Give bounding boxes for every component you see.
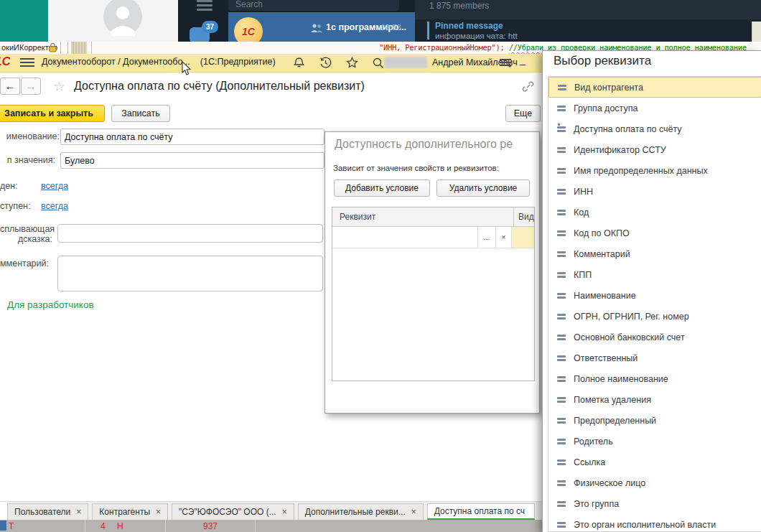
tab-close-icon[interactable]: × [156, 507, 161, 517]
attribute-picker-panel: Выбор реквизита Вид контрагента Группа д… [542, 50, 761, 532]
picker-list-item[interactable]: Вид контрагента [548, 77, 761, 98]
tab-label: Пользователи [14, 507, 70, 517]
save-and-close-button[interactable]: Записать и закрыть [0, 105, 105, 122]
picker-item-label: ОГРН, ОГРНИП, Рег. номер [574, 312, 689, 322]
members-count: 1 875 members [429, 1, 489, 11]
attribute-icon [557, 396, 566, 403]
picker-list-item[interactable]: Основной банковский счет [548, 327, 761, 347]
picker-item-label: Это орган исполнительной власти [574, 520, 716, 530]
scrollbar-fragment [71, 42, 87, 54]
picker-list-item[interactable]: Код [548, 202, 761, 223]
add-condition-button[interactable]: Добавить условие [334, 179, 430, 197]
comparison-kind-cell[interactable] [511, 227, 535, 248]
clear-button[interactable]: × [495, 227, 511, 248]
favorites-star-icon[interactable] [346, 57, 358, 69]
picker-list-item[interactable]: Физическое лицо [548, 472, 761, 493]
attribute-icon [557, 354, 566, 362]
favorite-star-icon[interactable]: ☆ [53, 78, 65, 95]
comment-textarea[interactable] [57, 256, 323, 291]
picker-item-label: Наименование [574, 291, 636, 301]
picker-list-item[interactable]: Доступна оплата по счёту [548, 118, 761, 139]
attribute-icon [557, 437, 566, 445]
attribute-icon [557, 333, 566, 341]
picker-list-item[interactable]: Это орган исполнительной власти [548, 514, 761, 532]
more-button[interactable]: Еще [505, 105, 541, 122]
name-input[interactable] [60, 129, 325, 145]
picker-list-item[interactable]: Пометка удаления [548, 389, 761, 410]
attribute-icon [557, 104, 566, 112]
window-tab[interactable]: "СЭ"ЮФОСЭО" ООО (... × [172, 503, 294, 520]
background-window-corner [752, 22, 761, 42]
delete-condition-button[interactable]: Удалить условие [436, 179, 530, 197]
picker-list-item[interactable]: Группа доступа [548, 98, 761, 118]
picker-item-label: КПП [574, 270, 592, 280]
attribute-icon [557, 187, 566, 195]
condition-row[interactable]: ... × [332, 227, 534, 248]
picker-list-item[interactable]: Имя предопределенных данных [548, 160, 761, 181]
picker-list-item[interactable]: Ссылка [548, 452, 761, 472]
window-tab[interactable]: Дополнительные рекви... × [298, 503, 424, 520]
dialog-title: Доступность дополнительного ре [335, 138, 537, 151]
comment-label: мментарий: [0, 258, 45, 269]
value-type-input[interactable] [60, 152, 325, 169]
picker-list-item[interactable]: Полное наименование [548, 368, 761, 389]
minimize-button[interactable]: – [520, 58, 526, 70]
picker-item-label: Основной банковский счет [574, 332, 685, 342]
search-input[interactable] [228, 0, 399, 11]
picker-item-label: Комментарий [574, 249, 630, 259]
available-link[interactable]: всегда [41, 201, 68, 211]
window-tab[interactable]: Доступна оплата по сч [427, 503, 535, 520]
visible-label: ден: [0, 181, 14, 191]
picker-item-label: Предопределенный [574, 416, 656, 426]
menu-burger-icon[interactable] [197, 0, 213, 7]
notifications-bell-icon[interactable] [293, 57, 305, 69]
bottom-text-fragment: 937 [203, 521, 218, 531]
search-icon[interactable] [372, 57, 384, 69]
tooltip-input[interactable] [57, 224, 323, 243]
window-tab[interactable]: Контрагенты × [92, 503, 168, 520]
bottom-text-fragment: Т [9, 521, 14, 531]
page-title: Доступна оплата по счёту (Дополнительный… [74, 80, 365, 93]
titlebar: 1С Документооборот / Документообо...(1С:… [0, 54, 542, 73]
tab-label: "СЭ"ЮФОСЭО" ООО (... [179, 507, 276, 517]
tab-close-icon[interactable]: × [76, 507, 81, 517]
picker-list-item[interactable]: Ответственный [548, 347, 761, 368]
back-button[interactable]: ← [0, 78, 20, 95]
picker-item-label: Физическое лицо [574, 478, 645, 488]
attribute-icon [557, 416, 566, 424]
history-icon[interactable] [319, 57, 332, 69]
bottom-text-fragment: Н [117, 521, 123, 531]
tooltip-label-line2: дсказка: [0, 234, 52, 244]
visible-link[interactable]: всегда [41, 181, 68, 191]
picker-list-item[interactable]: КПП [548, 264, 761, 285]
screen: 37 1С 1с программиро... 19:53 1 875 memb… [0, 0, 761, 532]
picker-list-item[interactable]: Идентификатор ССТУ [548, 139, 761, 160]
forward-button[interactable]: → [21, 78, 41, 95]
save-button[interactable]: Записать [111, 105, 170, 122]
choose-button[interactable]: ... [477, 227, 495, 248]
picker-list-item[interactable]: Наименование [548, 285, 761, 306]
tab-close-icon[interactable]: × [282, 507, 287, 517]
service-menu-icon[interactable] [500, 59, 511, 67]
chat-list-item[interactable]: 1С 1с программиро... 19:53 [228, 12, 415, 42]
picker-list-item[interactable]: Предопределенный [548, 410, 761, 431]
picker-item-label: Идентификатор ССТУ [574, 145, 666, 155]
picker-item-label: Ссылка [574, 457, 605, 467]
chat-time: 19:53 [380, 23, 401, 32]
window-tab[interactable]: Пользователи × [7, 503, 88, 520]
get-link-icon[interactable] [522, 80, 534, 93]
picker-item-label: Ответственный [574, 353, 638, 363]
for-developers-link[interactable]: Для разработчиков [7, 299, 94, 310]
picker-list-item[interactable]: Родитель [548, 431, 761, 452]
open-windows-tabbar: Пользователи × Контрагенты × "СЭ"ЮФОСЭО"… [0, 501, 542, 520]
attribute-icon [557, 458, 566, 466]
picker-list-item[interactable]: ОГРН, ОГРНИП, Рег. номер [548, 306, 761, 327]
pinned-message-bar[interactable]: Pinned message информация чата: htt × [415, 19, 761, 42]
tab-close-icon[interactable]: × [411, 507, 416, 517]
picker-list-item[interactable]: Код по ОКПО [548, 223, 761, 243]
picker-list-item[interactable]: ИНН [548, 181, 761, 202]
attribute-icon [557, 500, 566, 508]
main-menu-burger-icon[interactable] [20, 58, 34, 67]
picker-list-item[interactable]: Это группа [548, 493, 761, 514]
picker-list-item[interactable]: Комментарий [548, 243, 761, 264]
